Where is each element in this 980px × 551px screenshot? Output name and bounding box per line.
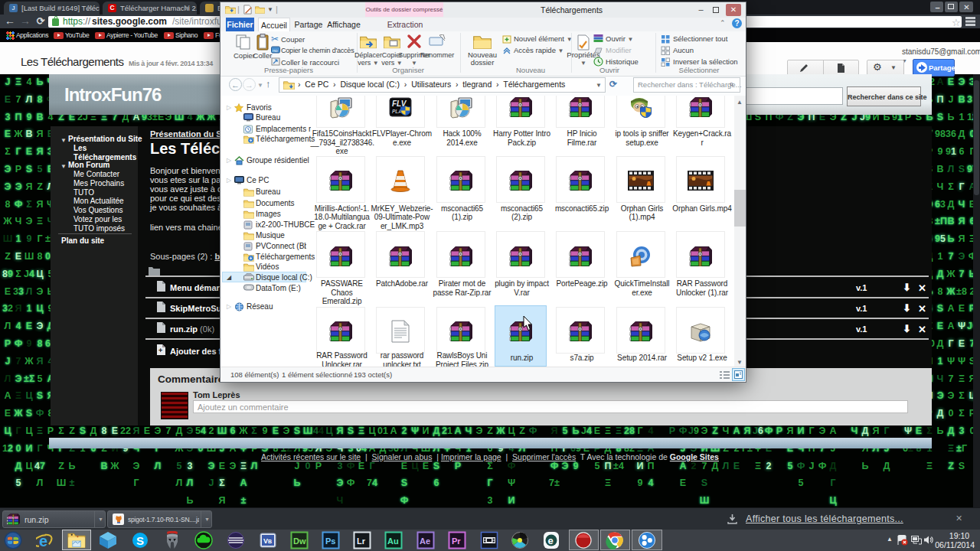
svg-text:Dw: Dw (293, 536, 306, 546)
svg-text:Pr: Pr (452, 536, 461, 546)
svg-text:Ps: Ps (325, 536, 335, 546)
svg-text:+: + (158, 347, 162, 354)
svg-text:Lr: Lr (357, 536, 366, 546)
svg-text:VB: VB (263, 537, 272, 545)
svg-text:no: no (273, 48, 278, 53)
svg-text:Au: Au (387, 536, 399, 546)
svg-text:S: S (136, 534, 144, 547)
svg-text:e: e (548, 535, 554, 546)
svg-text:Ae: Ae (420, 536, 430, 546)
